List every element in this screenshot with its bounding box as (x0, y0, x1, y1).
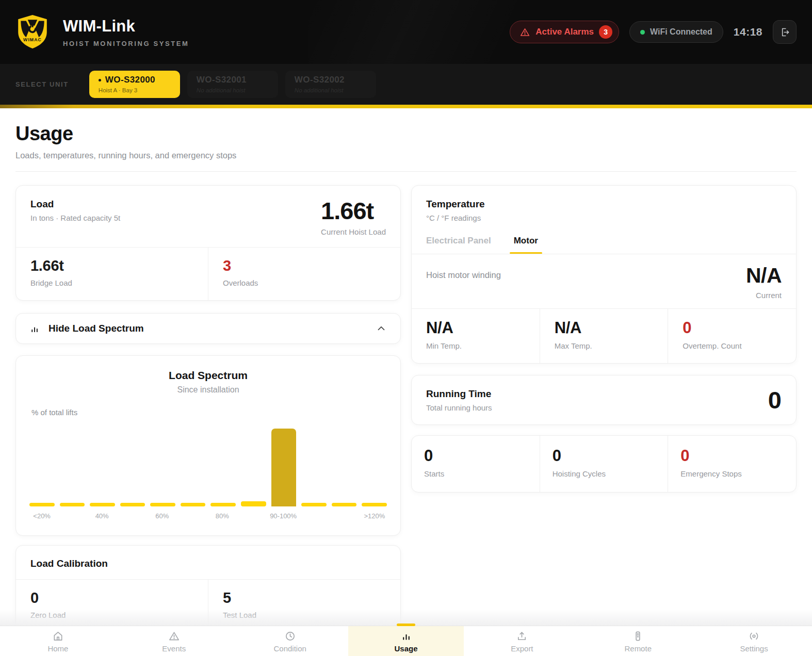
nav-item-home[interactable]: Home (0, 626, 116, 656)
test-load-value: 5 (223, 589, 386, 606)
unit-tab-title: WO-S32002 (295, 75, 367, 85)
active-alarms-button[interactable]: Active Alarms 3 (510, 21, 619, 43)
bar-chart-icon (29, 323, 40, 334)
spectrum-bar (301, 503, 327, 506)
test-load-cell: 5 Test Load (208, 580, 400, 632)
bridge-load-cell: 1.66t Bridge Load (16, 248, 208, 300)
load-card: Load In tons · Rated capacity 5t 1.66t C… (15, 185, 401, 301)
load-spectrum-card: Load Spectrum Since installation % of to… (15, 355, 401, 536)
load-card-title: Load (30, 199, 120, 210)
active-alarms-label: Active Alarms (535, 27, 594, 37)
nav-item-label: Settings (740, 644, 768, 653)
overloads-label: Overloads (223, 278, 386, 287)
active-unit-dot-icon (99, 79, 101, 81)
home-icon (52, 630, 64, 642)
hoisting-cycles-label: Hoisting Cycles (553, 469, 656, 478)
overtemp-cell: 0 Overtemp. Count (668, 309, 796, 363)
running-time-card: Running Time Total running hours 0 (411, 375, 797, 425)
spectrum-x-tick: 40% (90, 512, 115, 520)
spectrum-x-tick (302, 512, 327, 520)
nav-item-label: Usage (394, 644, 417, 653)
bottom-nav: HomeEventsConditionUsageExportRemoteSett… (0, 626, 812, 656)
unit-tab-wo-s32000[interactable]: WO-S32000Hoist A · Bay 3 (89, 71, 180, 98)
starts-value: 0 (424, 447, 527, 465)
spectrum-x-tick (180, 512, 204, 520)
spectrum-bar (241, 501, 266, 506)
tab-electrical-panel[interactable]: Electrical Panel (426, 236, 491, 254)
bar-chart-icon (400, 630, 412, 642)
nav-item-usage[interactable]: Usage (348, 626, 464, 656)
temperature-subtitle: °C / °F readings (426, 214, 782, 222)
hide-load-spectrum-label: Hide Load Spectrum (48, 323, 144, 334)
logout-button[interactable] (773, 20, 797, 44)
nav-item-export[interactable]: Export (464, 626, 580, 656)
running-time-value: 0 (768, 388, 782, 412)
winding-current-value: N/A (746, 265, 782, 286)
spectrum-plot (28, 420, 388, 506)
spectrum-bar (90, 503, 115, 506)
zero-load-label: Zero Load (30, 611, 193, 619)
emergency-stops-value: 0 (680, 447, 784, 465)
zero-load-cell: 0 Zero Load (16, 580, 208, 632)
running-time-subtitle: Total running hours (426, 403, 492, 412)
spectrum-bar (120, 503, 145, 506)
export-icon (516, 630, 528, 642)
spectrum-x-tick: 90-100% (270, 512, 297, 520)
nav-item-condition[interactable]: Condition (232, 626, 348, 656)
starts-cell: 0 Starts (412, 436, 540, 492)
main-content: Usage Loads, temperatures, running hours… (0, 108, 812, 633)
load-card-subtitle: In tons · Rated capacity 5t (30, 214, 120, 222)
spectrum-bar (362, 503, 387, 506)
logout-icon (779, 27, 790, 38)
unit-tab-wo-s32002[interactable]: WO-S32002No additional hoist (285, 71, 376, 98)
min-temp-label: Min Temp. (426, 341, 525, 350)
nav-item-label: Events (162, 644, 186, 653)
spectrum-x-tick (59, 512, 84, 520)
load-calibration-card: Load Calibration 0 Zero Load 5 Test Load (15, 545, 401, 633)
tab-motor[interactable]: Motor (514, 236, 538, 254)
page-subtitle: Loads, temperatures, running hours, and … (15, 151, 797, 160)
overloads-value: 3 (223, 257, 386, 274)
nav-item-remote[interactable]: Remote (580, 626, 696, 656)
min-temp-value: N/A (426, 319, 525, 337)
nav-item-label: Condition (273, 644, 306, 653)
chart-title: Load Spectrum (28, 369, 388, 382)
header-clock: 14:18 (734, 26, 762, 38)
spectrum-x-tick: <20% (29, 512, 54, 520)
winding-label: Hoist motor winding (426, 270, 501, 300)
svg-text:WIMAC: WIMAC (23, 37, 42, 42)
warning-triangle-icon (168, 630, 180, 642)
overloads-cell: 3 Overloads (208, 248, 400, 300)
zero-load-value: 0 (30, 589, 193, 606)
wifi-status-label: WiFi Connected (650, 27, 712, 37)
spectrum-bar (181, 503, 206, 506)
unit-tab-title: WO-S32001 (197, 75, 269, 85)
app-header: WIMAC WIM-Link HOIST MONITORING SYSTEM A… (0, 0, 812, 64)
unit-tab-detail: No additional hoist (295, 87, 367, 93)
max-temp-value: N/A (555, 319, 654, 337)
spectrum-x-tick: 80% (210, 512, 235, 520)
remote-icon (632, 630, 644, 642)
usage-stats-card: 0 Starts 0 Hoisting Cycles 0 Emergency S… (411, 435, 797, 493)
spectrum-x-tick (120, 512, 144, 520)
temperature-title: Temperature (426, 199, 782, 210)
settings-icon (748, 630, 760, 642)
spectrum-bar (210, 503, 236, 506)
bridge-load-value: 1.66t (30, 257, 193, 274)
right-column: Temperature °C / °F readings Electrical … (411, 185, 797, 493)
hide-load-spectrum-toggle[interactable]: Hide Load Spectrum (15, 313, 401, 344)
unit-tab-detail: No additional hoist (197, 87, 269, 93)
nav-item-events[interactable]: Events (116, 626, 232, 656)
current-hoist-load-label: Current Hoist Load (321, 227, 386, 236)
spectrum-bar (60, 503, 85, 506)
temperature-card: Temperature °C / °F readings Electrical … (411, 185, 797, 364)
warning-triangle-icon (519, 27, 530, 38)
accent-strip (0, 105, 812, 108)
spectrum-x-tick: 60% (150, 512, 174, 520)
nav-item-settings[interactable]: Settings (696, 626, 812, 656)
spectrum-x-tick (332, 512, 356, 520)
chevron-up-icon (376, 323, 387, 334)
temperature-tabs: Electrical Panel Motor (412, 236, 796, 254)
hoisting-cycles-value: 0 (553, 447, 656, 465)
unit-tab-wo-s32001[interactable]: WO-S32001No additional hoist (187, 71, 278, 98)
